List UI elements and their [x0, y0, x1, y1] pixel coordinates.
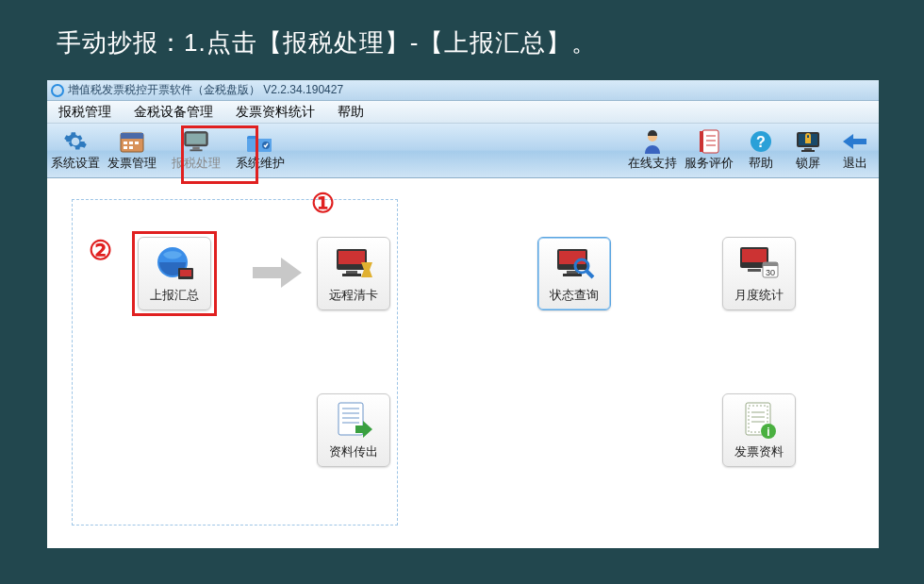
toolbar-right-group: 在线支持 服务评价 ? 帮助 锁屏 [624, 124, 879, 177]
svg-rect-27 [180, 270, 191, 276]
monitor-hourglass-icon [333, 245, 374, 283]
svg-rect-13 [702, 130, 718, 153]
svg-rect-10 [190, 149, 202, 151]
btn-data-export[interactable]: 资料传出 [317, 393, 390, 467]
globe-upload-icon [154, 245, 195, 283]
document-export-icon [333, 402, 374, 440]
btn-upload-summary[interactable]: 上报汇总 [138, 237, 211, 310]
toolbar-system-settings[interactable]: 系统设置 [47, 124, 104, 177]
svg-text:?: ? [756, 134, 766, 150]
help-icon: ? [748, 130, 774, 153]
btn-label: 上报汇总 [150, 287, 199, 304]
toolbar-label: 在线支持 [628, 155, 677, 172]
btn-monthly-stats[interactable]: 30 月度统计 [722, 237, 796, 310]
svg-line-37 [586, 271, 593, 277]
toolbar-invoice-management[interactable]: 发票管理 [104, 124, 160, 177]
svg-rect-9 [192, 146, 199, 149]
toolbar-label: 帮助 [749, 155, 773, 172]
toolbar-lock-screen[interactable]: 锁屏 [784, 124, 832, 177]
btn-label: 状态查询 [550, 287, 599, 304]
svg-rect-14 [700, 131, 703, 152]
arrow-right-icon [249, 254, 305, 282]
back-arrow-icon [842, 130, 868, 153]
app-logo-icon [51, 84, 64, 97]
svg-rect-24 [805, 138, 811, 143]
monitor-calendar-icon: 30 [738, 245, 780, 283]
annotation-circle-2: ② [89, 235, 112, 266]
calendar-icon [119, 130, 145, 153]
folder-icon [247, 130, 273, 153]
svg-rect-8 [187, 133, 206, 143]
window-title: 增值税发票税控开票软件（金税盘版） V2.2.34.190427 [68, 82, 343, 98]
toolbar-system-maintenance[interactable]: 系统维护 [232, 124, 289, 177]
toolbar: 系统设置 发票管理 报税处理 系统维护 [47, 124, 879, 178]
svg-rect-4 [135, 142, 139, 144]
svg-rect-3 [129, 142, 133, 144]
btn-remote-clear[interactable]: 远程清卡 [317, 237, 390, 310]
svg-rect-6 [129, 146, 133, 149]
menu-tax-management[interactable]: 报税管理 [47, 101, 123, 123]
toolbar-label: 报税处理 [172, 155, 221, 172]
svg-rect-23 [801, 150, 815, 152]
svg-rect-40 [748, 269, 761, 272]
menu-device-management[interactable]: 金税设备管理 [123, 101, 224, 123]
svg-text:30: 30 [766, 268, 775, 277]
menu-invoice-stats[interactable]: 发票资料统计 [224, 101, 326, 123]
toolbar-label: 系统维护 [236, 155, 285, 172]
title-bar: 增值税发票税控开票软件（金税盘版） V2.2.34.190427 [47, 80, 879, 101]
document-info-icon: i [738, 402, 780, 440]
toolbar-exit[interactable]: 退出 [832, 124, 879, 177]
toolbar-label: 发票管理 [107, 155, 157, 172]
btn-status-query[interactable]: 状态查询 [537, 237, 611, 310]
monitor-icon [183, 130, 209, 153]
toolbar-label: 退出 [843, 155, 867, 172]
svg-rect-42 [763, 262, 778, 266]
instruction-text: 手动抄报：1.点击【报税处理】-【上报汇总】。 [0, 0, 924, 76]
menu-help[interactable]: 帮助 [326, 101, 375, 123]
toolbar-service-rating[interactable]: 服务评价 [681, 124, 737, 177]
svg-rect-22 [804, 148, 812, 150]
monitor-search-icon [553, 245, 595, 283]
toolbar-label: 系统设置 [51, 155, 100, 172]
toolbar-tax-processing[interactable]: 报税处理 [160, 124, 232, 177]
svg-rect-35 [563, 274, 582, 276]
btn-label: 资料传出 [329, 443, 378, 460]
svg-rect-39 [742, 249, 767, 262]
toolbar-online-support[interactable]: 在线支持 [624, 124, 681, 177]
btn-label: 远程清卡 [329, 287, 378, 304]
toolbar-left-group: 系统设置 发票管理 报税处理 系统维护 [47, 124, 289, 177]
app-window: 增值税发票税控开票软件（金税盘版） V2.2.34.190427 报税管理 金税… [47, 80, 879, 548]
svg-text:i: i [767, 425, 769, 439]
toolbar-label: 服务评价 [685, 155, 734, 172]
svg-rect-33 [559, 251, 586, 264]
content-area: ① ② 上报汇总 [47, 178, 879, 548]
lock-monitor-icon [795, 130, 821, 153]
toolbar-label: 锁屏 [796, 155, 820, 172]
btn-invoice-data[interactable]: i 发票资料 [722, 393, 796, 467]
toolbar-help[interactable]: ? 帮助 [737, 124, 784, 177]
support-person-icon [639, 130, 666, 153]
btn-label: 发票资料 [734, 443, 784, 460]
svg-rect-2 [124, 142, 127, 144]
svg-rect-30 [346, 271, 357, 274]
annotation-circle-1: ① [311, 188, 335, 219]
btn-label: 月度统计 [734, 287, 784, 304]
svg-rect-31 [342, 274, 361, 276]
menu-bar: 报税管理 金税设备管理 发票资料统计 帮助 [47, 101, 879, 124]
svg-rect-29 [338, 251, 365, 264]
svg-rect-5 [124, 146, 127, 149]
gear-icon [62, 130, 89, 153]
svg-rect-1 [121, 133, 143, 139]
notebook-icon [696, 130, 722, 153]
